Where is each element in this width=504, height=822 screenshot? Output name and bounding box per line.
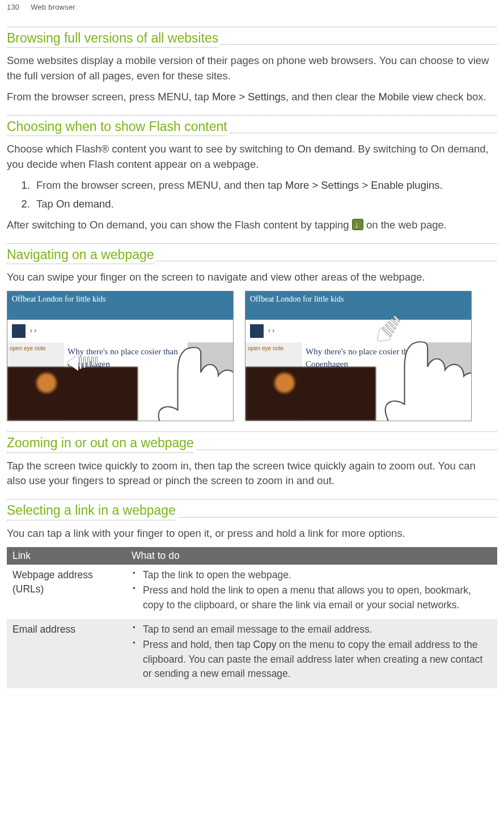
col-what-to-do: What to do	[126, 547, 497, 565]
section-title: Navigating on a webpage	[7, 245, 154, 265]
row-content: Tap the link to open the webpage. Press …	[126, 565, 497, 619]
page-number: 130	[7, 2, 19, 13]
page-header: 130 Web browser	[7, 0, 497, 16]
ui-label: Mobile view	[379, 91, 434, 103]
step-item: Tap On demand.	[33, 197, 497, 212]
section-title: Choosing when to show Flash content	[7, 117, 227, 137]
ui-path: More > Settings	[212, 91, 286, 103]
swipe-horizontal-illustration: Offbeat London for little kids ‹ › open …	[7, 291, 234, 421]
ui-label: Copy	[253, 639, 277, 650]
section-title: Browsing full versions of all websites	[7, 28, 218, 48]
body-text: Choose which Flash® content you want to …	[7, 142, 497, 172]
illustration-row: Offbeat London for little kids ‹ › open …	[7, 291, 497, 421]
step-item: From the browser screen, press MENU, and…	[33, 178, 497, 193]
table-row: Webpage address (URLs) Tap the link to o…	[7, 565, 497, 619]
body-text: You can tap a link with your finger to o…	[7, 526, 497, 541]
table-row: Email address Tap to send an email messa…	[7, 619, 497, 688]
section-flash-content: Choosing when to show Flash content Choo…	[7, 115, 497, 233]
section-navigating: Navigating on a webpage You can swipe yo…	[7, 243, 497, 421]
ui-label: On demand	[56, 198, 111, 210]
col-link: Link	[7, 547, 126, 565]
link-actions-table: Link What to do Webpage address (URLs) T…	[7, 547, 497, 688]
chapter-title: Web browser	[31, 2, 75, 13]
swipe-diagonal-illustration: Offbeat London for little kids ‹ › open …	[245, 291, 472, 421]
body-text: Some websites display a mobile version o…	[7, 53, 497, 84]
list-item: Press and hold the link to open a menu t…	[132, 583, 492, 612]
section-selecting-link: Selecting a link in a webpage You can ta…	[7, 499, 497, 688]
section-zooming: Zooming in or out on a webpage Tap the s…	[7, 431, 497, 489]
body-text: From the browser screen, press MENU, tap…	[7, 90, 497, 105]
row-label: Email address	[7, 619, 126, 688]
body-text: You can swipe your finger on the screen …	[7, 270, 497, 285]
body-text: Tap the screen twice quickly to zoom in,…	[7, 459, 497, 489]
row-content: Tap to send an email message to the emai…	[126, 619, 497, 688]
swipe-left-arrow-icon	[67, 355, 98, 371]
list-item: Tap the link to open the webpage.	[132, 568, 492, 582]
table-header-row: Link What to do	[7, 547, 497, 565]
section-title: Selecting a link in a webpage	[7, 501, 176, 520]
list-item: Tap to send an email message to the emai…	[132, 622, 492, 637]
row-label: Webpage address (URLs)	[7, 565, 126, 619]
body-text: After switching to On demand, you can sh…	[7, 218, 497, 233]
steps-list: From the browser screen, press MENU, and…	[23, 178, 497, 212]
hand-gesture-icon	[358, 336, 472, 421]
flash-download-icon	[352, 219, 363, 230]
hand-gesture-icon	[131, 341, 234, 421]
ui-path: More > Settings > Enable plugins	[285, 179, 440, 191]
ui-label: On demand	[297, 143, 352, 155]
section-browsing-full-versions: Browsing full versions of all websites S…	[7, 27, 497, 105]
list-item: Press and hold, then tap Copy on the men…	[132, 638, 492, 681]
section-title: Zooming in or out on a webpage	[7, 433, 194, 453]
